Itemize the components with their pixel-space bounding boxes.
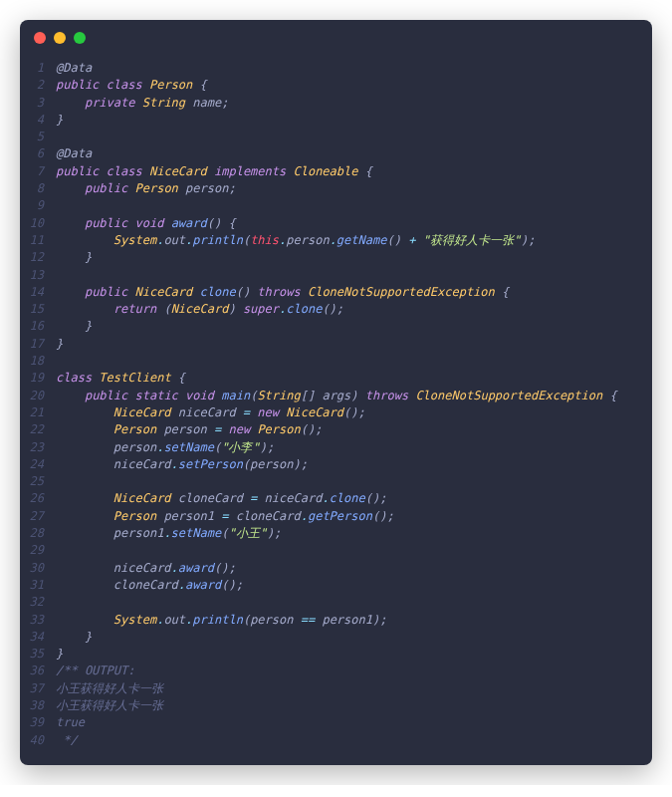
code-content[interactable]: public NiceCard clone() throws CloneNotS… [56,284,509,301]
code-line[interactable]: 1@Data [20,60,652,77]
code-content[interactable]: return (NiceCard) super.clone(); [56,301,343,318]
code-line[interactable]: 33 System.out.println(person == person1)… [20,612,652,629]
code-content[interactable]: @Data [56,145,92,162]
code-line[interactable]: 24 niceCard.setPerson(person); [20,456,652,473]
code-content[interactable]: class TestClient { [56,370,185,387]
code-content[interactable]: } [56,112,63,129]
code-token [56,250,85,264]
code-token [358,389,365,402]
code-line[interactable]: 34 } [20,629,652,646]
code-content[interactable]: NiceCard cloneCard = niceCard.clone(); [56,490,386,507]
code-token: cloneCard [178,491,243,505]
code-content[interactable]: niceCard.setPerson(person); [56,456,308,473]
code-token [192,285,199,299]
code-line[interactable]: 19class TestClient { [20,370,652,387]
code-token [127,181,134,195]
code-line[interactable]: 27 Person person1 = cloneCard.getPerson(… [20,508,652,525]
code-content[interactable]: 小王获得好人卡一张 [56,680,163,697]
code-area[interactable]: 1@Data2public class Person {3 private St… [20,56,652,765]
code-token: ; [221,96,228,110]
code-line[interactable]: 23 person.setName("小李"); [20,439,652,456]
code-content[interactable]: niceCard.award(); [56,560,236,577]
code-content[interactable]: Person person1 = cloneCard.getPerson(); [56,508,394,525]
line-number: 27 [20,508,56,525]
code-line[interactable]: 14 public NiceCard clone() throws CloneN… [20,284,652,301]
code-content[interactable]: } [56,629,92,646]
code-line[interactable]: 4} [20,112,652,129]
code-line[interactable]: 39true [20,714,652,731]
code-line[interactable]: 7public class NiceCard implements Clonea… [20,163,652,180]
code-token: ); [521,233,535,247]
code-line[interactable]: 22 Person person = new Person(); [20,421,652,438]
line-number: 22 [20,421,56,438]
code-line[interactable]: 12 } [20,249,652,266]
code-content[interactable]: public class NiceCard implements Cloneab… [56,163,372,180]
code-line[interactable]: 9 [20,197,652,214]
code-content[interactable]: } [56,249,92,266]
code-content[interactable]: /** OUTPUT: [56,663,134,679]
code-content[interactable]: true [56,714,85,731]
code-line[interactable]: 3 private String name; [20,95,652,112]
code-line[interactable]: 11 System.out.println(this.person.getNam… [20,232,652,249]
code-content[interactable]: Person person = new Person(); [56,421,322,438]
code-content[interactable]: System.out.println(this.person.getName()… [56,232,536,249]
line-number: 15 [20,301,56,318]
code-line[interactable]: 25 [20,473,652,490]
code-line[interactable]: 21 NiceCard niceCard = new NiceCard(); [20,404,652,421]
code-line[interactable]: 20 public static void main(String[] args… [20,388,652,404]
code-line[interactable]: 37小王获得好人卡一张 [20,680,652,697]
code-line[interactable]: 29 [20,542,652,559]
code-token: void [135,216,164,230]
code-content[interactable]: 小王获得好人卡一张 [56,697,163,714]
code-token: { [365,164,372,178]
code-line[interactable]: 28 person1.setName("小王"); [20,525,652,542]
code-line[interactable]: 10 public void award() { [20,215,652,232]
code-line[interactable]: 30 niceCard.award(); [20,560,652,577]
code-token [56,509,113,523]
code-content[interactable]: public Person person; [56,180,236,197]
code-content[interactable]: System.out.println(person == person1); [56,612,386,629]
line-number: 25 [20,473,56,490]
code-line[interactable]: 31 cloneCard.award(); [20,577,652,594]
code-token: (); [214,561,236,575]
code-content[interactable]: person.setName("小李"); [56,439,274,456]
code-line[interactable]: 40 */ [20,732,652,749]
code-line[interactable]: 26 NiceCard cloneCard = niceCard.clone()… [20,490,652,507]
code-token: void [185,389,214,402]
maximize-icon[interactable] [74,32,86,44]
line-number: 23 [20,439,56,456]
code-line[interactable]: 6@Data [20,145,652,162]
code-line[interactable]: 35} [20,646,652,663]
code-token: new [257,405,279,419]
minimize-icon[interactable] [54,32,66,44]
code-line[interactable]: 13 [20,267,652,284]
code-content[interactable]: } [56,646,63,663]
code-line[interactable]: 32 [20,594,652,611]
code-line[interactable]: 15 return (NiceCard) super.clone(); [20,301,652,318]
code-line[interactable]: 18 [20,353,652,370]
code-content[interactable]: } [56,318,92,335]
code-line[interactable]: 38小王获得好人卡一张 [20,697,652,714]
code-content[interactable]: private String name; [56,95,228,112]
close-icon[interactable] [34,32,46,44]
code-content[interactable]: } [56,336,63,353]
code-content[interactable]: @Data [56,60,92,77]
code-line[interactable]: 5 [20,129,652,145]
code-line[interactable]: 8 public Person person; [20,180,652,197]
code-content[interactable]: */ [56,732,78,749]
code-line[interactable]: 36/** OUTPUT: [20,663,652,679]
code-token: ); [267,526,281,540]
code-token: "小李" [221,440,259,454]
line-number: 34 [20,629,56,646]
code-content[interactable]: person1.setName("小王"); [56,525,281,542]
code-content[interactable]: public static void main(String[] args) t… [56,388,617,404]
code-line[interactable]: 17} [20,336,652,353]
code-content[interactable]: NiceCard niceCard = new NiceCard(); [56,404,365,421]
code-line[interactable]: 16 } [20,318,652,335]
code-line[interactable]: 2public class Person { [20,77,652,94]
line-number: 6 [20,145,56,162]
line-number: 7 [20,163,56,180]
code-content[interactable]: cloneCard.award(); [56,577,243,594]
code-content[interactable]: public void award() { [56,215,236,232]
code-content[interactable]: public class Person { [56,77,207,94]
